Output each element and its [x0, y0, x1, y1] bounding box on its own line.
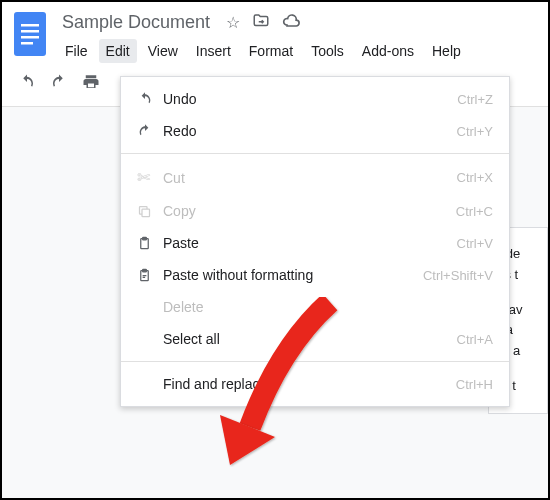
menu-label: Copy	[163, 203, 456, 219]
undo-icon[interactable]	[18, 73, 36, 96]
svg-rect-4	[21, 42, 33, 45]
star-icon[interactable]: ☆	[226, 13, 240, 32]
menu-label: Delete	[163, 299, 493, 315]
menu-addons[interactable]: Add-ons	[355, 39, 421, 63]
menu-separator	[121, 153, 509, 154]
menu-insert[interactable]: Insert	[189, 39, 238, 63]
menu-shortcut: Ctrl+Z	[457, 92, 493, 107]
menu-format[interactable]: Format	[242, 39, 300, 63]
paste-icon	[137, 236, 163, 251]
paste-plain-icon	[137, 268, 163, 283]
svg-rect-5	[142, 209, 150, 217]
menubar: File Edit View Insert Format Tools Add-o…	[58, 39, 538, 63]
cloud-status-icon[interactable]	[282, 13, 302, 33]
header: Sample Document ☆ File Edit View Insert …	[2, 2, 548, 63]
menu-label: Find and replace	[163, 376, 456, 392]
menu-label: Paste without formatting	[163, 267, 423, 283]
menu-edit[interactable]: Edit	[99, 39, 137, 63]
menu-shortcut: Ctrl+Y	[457, 124, 493, 139]
menu-item-redo[interactable]: Redo Ctrl+Y	[121, 115, 509, 147]
menu-tools[interactable]: Tools	[304, 39, 351, 63]
svg-rect-7	[143, 237, 147, 240]
menu-label: Redo	[163, 123, 457, 139]
menu-shortcut: Ctrl+A	[457, 332, 493, 347]
menu-help[interactable]: Help	[425, 39, 468, 63]
menu-view[interactable]: View	[141, 39, 185, 63]
copy-icon	[137, 204, 163, 219]
menu-item-paste[interactable]: Paste Ctrl+V	[121, 227, 509, 259]
menu-shortcut: Ctrl+Shift+V	[423, 268, 493, 283]
menu-item-undo[interactable]: Undo Ctrl+Z	[121, 83, 509, 115]
menu-shortcut: Ctrl+C	[456, 204, 493, 219]
menu-shortcut: Ctrl+H	[456, 377, 493, 392]
redo-icon[interactable]	[50, 73, 68, 96]
docs-logo-icon[interactable]	[12, 10, 48, 58]
menu-shortcut: Ctrl+V	[457, 236, 493, 251]
menu-shortcut: Ctrl+X	[457, 170, 493, 185]
menu-item-cut: ✄ Cut Ctrl+X	[121, 160, 509, 195]
menu-item-find-replace[interactable]: Find and replace Ctrl+H	[121, 368, 509, 400]
svg-rect-2	[21, 30, 39, 33]
menu-item-select-all[interactable]: Select all Ctrl+A	[121, 323, 509, 355]
menu-label: Cut	[163, 170, 457, 186]
menu-separator	[121, 361, 509, 362]
menu-file[interactable]: File	[58, 39, 95, 63]
svg-rect-9	[143, 269, 147, 272]
menu-item-delete: Delete	[121, 291, 509, 323]
svg-rect-3	[21, 36, 39, 39]
svg-rect-0	[14, 12, 46, 56]
redo-icon	[137, 123, 163, 139]
title-row: Sample Document ☆	[58, 10, 538, 35]
svg-rect-1	[21, 24, 39, 27]
move-folder-icon[interactable]	[252, 12, 270, 34]
menu-label: Paste	[163, 235, 457, 251]
menu-item-paste-plain[interactable]: Paste without formatting Ctrl+Shift+V	[121, 259, 509, 291]
print-icon[interactable]	[82, 73, 100, 96]
menu-label: Undo	[163, 91, 457, 107]
cut-icon: ✄	[137, 168, 163, 187]
undo-icon	[137, 91, 163, 107]
menu-item-copy: Copy Ctrl+C	[121, 195, 509, 227]
edit-dropdown-menu: Undo Ctrl+Z Redo Ctrl+Y ✄ Cut Ctrl+X Cop…	[120, 76, 510, 407]
document-title[interactable]: Sample Document	[58, 10, 214, 35]
title-area: Sample Document ☆ File Edit View Insert …	[58, 10, 538, 63]
menu-label: Select all	[163, 331, 457, 347]
